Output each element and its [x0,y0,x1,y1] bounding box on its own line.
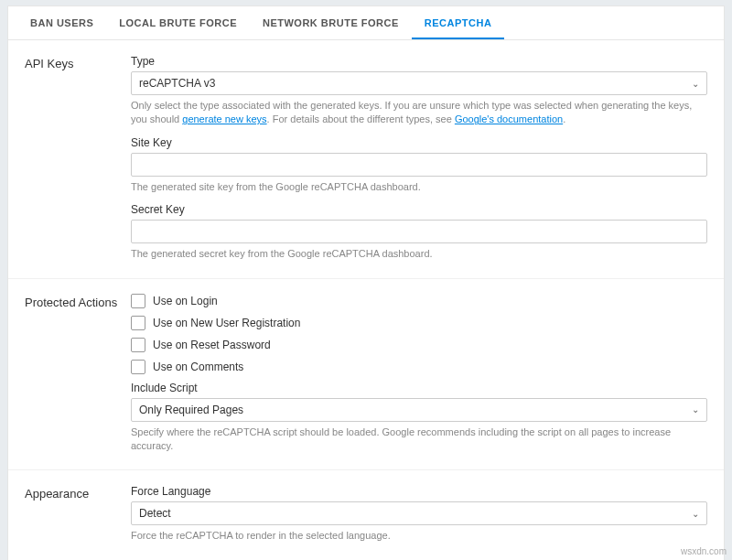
settings-panel: BAN USERS LOCAL BRUTE FORCE NETWORK BRUT… [7,5,725,560]
use-on-comments-label: Use on Comments [153,361,243,373]
use-on-login-label: Use on Login [153,295,218,307]
secret-key-help: The generated secret key from the Google… [131,247,707,261]
section-protected-actions: Protected Actions Use on Login Use on Ne… [8,279,724,471]
tab-local-brute-force[interactable]: LOCAL BRUTE FORCE [106,6,250,39]
site-key-help: The generated site key from the Google r… [131,180,707,194]
force-language-help: Force the reCAPTCHA to render in the sel… [131,529,707,543]
use-on-reset-label: Use on Reset Password [153,339,271,351]
use-on-login-checkbox[interactable]: Use on Login [131,294,707,308]
chevron-down-icon: ⌄ [692,404,699,415]
tab-recaptcha[interactable]: RECAPTCHA [412,6,505,39]
use-on-comments-checkbox[interactable]: Use on Comments [131,360,707,374]
type-select[interactable]: reCAPTCHA v3 ⌄ [131,71,707,95]
type-select-value: reCAPTCHA v3 [139,77,215,90]
site-key-input[interactable] [131,153,707,177]
force-language-value: Detect [139,507,171,520]
google-docs-link[interactable]: Google's documentation [455,113,563,124]
tabs: BAN USERS LOCAL BRUTE FORCE NETWORK BRUT… [8,6,724,40]
tab-network-brute-force[interactable]: NETWORK BRUTE FORCE [250,6,412,39]
section-api-keys: API Keys Type reCAPTCHA v3 ⌄ Only select… [8,40,724,279]
section-title-protected: Protected Actions [25,294,131,454]
tab-ban-users[interactable]: BAN USERS [17,6,106,39]
watermark: wsxdn.com [681,546,727,556]
secret-key-label: Secret Key [131,203,707,216]
force-language-label: Force Language [131,485,707,498]
type-help: Only select the type associated with the… [131,99,707,127]
generate-new-keys-link[interactable]: generate new keys [182,113,266,124]
force-language-select[interactable]: Detect ⌄ [131,501,707,525]
chevron-down-icon: ⌄ [692,79,699,89]
type-label: Type [131,55,707,68]
checkbox-icon [131,294,145,308]
include-script-value: Only Required Pages [139,404,243,416]
section-appearance: Appearance Force Language Detect ⌄ Force… [8,470,724,560]
include-script-label: Include Script [131,382,707,394]
section-title-api-keys: API Keys [25,55,131,262]
use-on-registration-checkbox[interactable]: Use on New User Registration [131,316,707,330]
use-on-reset-password-checkbox[interactable]: Use on Reset Password [131,338,707,352]
site-key-label: Site Key [131,136,707,149]
checkbox-icon [131,360,145,374]
include-script-help: Specify where the reCAPTCHA script shoul… [131,425,707,454]
secret-key-input[interactable] [131,220,707,243]
chevron-down-icon: ⌄ [692,509,699,519]
use-on-registration-label: Use on New User Registration [153,317,300,329]
include-script-select[interactable]: Only Required Pages ⌄ [131,398,707,422]
checkbox-icon [131,338,145,352]
section-title-appearance: Appearance [25,485,131,543]
checkbox-icon [131,316,145,330]
